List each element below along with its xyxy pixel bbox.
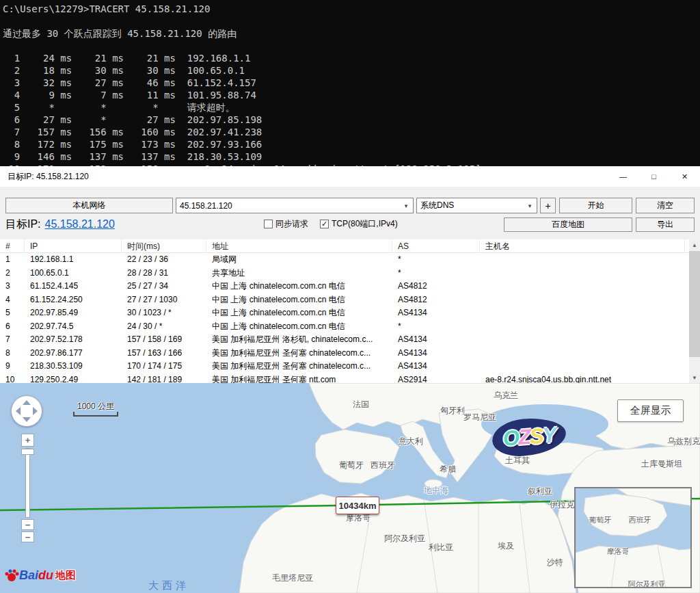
zoom-out-button-2[interactable]: −	[21, 531, 34, 542]
map-scale-bar	[73, 412, 118, 417]
cell-time: 28 / 28 / 31	[122, 267, 206, 280]
table-row[interactable]: 9218.30.53.109170 / 174 / 175美国 加利福尼亚州 圣…	[0, 360, 689, 373]
table-row[interactable]: 6202.97.74.524 / 30 / *中国 上海 chinateleco…	[0, 320, 689, 334]
tcp-checkbox[interactable]: ✓ TCP(80端口,IPv4)	[320, 218, 398, 229]
baidu-map-button[interactable]: 百度地图	[504, 218, 632, 232]
terminal-line: 9 146 ms 137 ms 137 ms 218.30.53.109	[3, 150, 700, 163]
add-dns-button[interactable]: +	[540, 198, 556, 213]
start-button[interactable]: 开始	[559, 198, 632, 213]
close-button[interactable]: ✕	[669, 166, 700, 187]
table-row[interactable]: 361.152.4.14525 / 27 / 34中国 上海 chinatele…	[0, 280, 689, 293]
checkbox-box-icon: ✓	[320, 220, 329, 228]
baidu-logo[interactable]: Bai du 地图	[4, 568, 76, 583]
map-place-label: 地中海	[424, 485, 448, 497]
map-place-label: 埃及	[498, 540, 514, 552]
cell-addr: 中国 上海 chinatelecom.com.cn 电信	[206, 306, 392, 320]
cell-ip: 129.250.2.49	[25, 373, 122, 384]
cell-time: 157 / 163 / 166	[122, 347, 206, 360]
table-row[interactable]: 461.152.24.25027 / 27 / 1030中国 上海 chinat…	[0, 293, 689, 307]
trace-table-body: 1192.168.1.122 / 23 / 36局域网*2100.65.0.12…	[0, 253, 689, 383]
pan-down-icon[interactable]	[23, 417, 31, 422]
column-header-addr[interactable]: 地址	[206, 239, 392, 253]
logo-text-du: du	[38, 568, 53, 583]
cell-as: AS4812	[392, 280, 480, 293]
clear-button[interactable]: 清空	[636, 198, 695, 213]
distance-badge: 10434km	[336, 497, 379, 514]
scrollbar-thumb[interactable]	[689, 251, 700, 357]
column-header-hop[interactable]: #	[0, 239, 25, 253]
terminal-line: 6 27 ms * 27 ms 202.97.85.198	[3, 114, 700, 126]
window-titlebar[interactable]: 目标IP: 45.158.21.120 — □ ✕	[0, 166, 700, 187]
cell-as: AS4134	[392, 306, 480, 320]
scroll-down-icon[interactable]: ▼	[689, 372, 700, 383]
cell-n: 3	[0, 280, 25, 293]
watermark-letter: O	[502, 425, 520, 451]
cell-as: *	[392, 267, 480, 280]
cell-ip: 202.97.52.178	[25, 333, 122, 347]
overview-inset-map[interactable]: 葡萄牙西班牙摩洛哥阿尔及利亚	[574, 487, 692, 588]
map-place-label: 希腊	[440, 464, 456, 475]
table-row[interactable]: 8202.97.86.177157 / 163 / 166美国 加利福尼亚州 圣…	[0, 347, 689, 360]
pan-left-icon[interactable]	[16, 407, 21, 415]
cell-addr: 局域网	[206, 253, 392, 267]
cell-addr: 中国 上海 chinatelecom.com.cn 电信	[206, 293, 392, 307]
map-place-label: 大西洋	[148, 579, 189, 592]
table-row[interactable]: 5202.97.85.4930 / 1023 / *中国 上海 chinatel…	[0, 306, 689, 320]
zoom-out-button[interactable]: −	[21, 519, 34, 530]
fullscreen-button[interactable]: 全屏显示	[617, 399, 684, 422]
cell-host	[480, 280, 685, 293]
cell-ip: 100.65.0.1	[25, 267, 122, 280]
scroll-up-icon[interactable]: ▲	[689, 239, 700, 250]
cell-n: 5	[0, 306, 25, 320]
target-ip-link[interactable]: 45.158.21.120	[45, 218, 115, 230]
sync-request-checkbox[interactable]: 同步请求	[264, 218, 308, 229]
column-header-time[interactable]: 时间(ms)	[122, 239, 206, 253]
pan-right-icon[interactable]	[33, 407, 38, 415]
cell-ip: 192.168.1.1	[25, 253, 122, 267]
inset-place-label: 阿尔及利亚	[628, 579, 666, 589]
cell-host	[480, 306, 685, 320]
cell-host	[480, 293, 685, 307]
table-row[interactable]: 1192.168.1.122 / 23 / 36局域网*	[0, 253, 689, 267]
terminal-window[interactable]: C:\Users\12279>TRACERT 45.158.21.120 通过最…	[0, 0, 700, 166]
cell-host	[480, 333, 685, 347]
map-place-label: 乌兹别克斯坦	[667, 436, 700, 447]
cell-n: 4	[0, 293, 25, 307]
minimize-button[interactable]: —	[608, 166, 638, 187]
baidu-map[interactable]: 法国匈牙利罗马尼亚乌克兰意大利葡萄牙西班牙希腊土耳其地中海叙利亚伊拉克摩洛哥阿尔…	[0, 383, 700, 593]
table-row[interactable]: 7202.97.52.178157 / 158 / 169美国 加利福尼亚州 洛…	[0, 333, 689, 347]
logo-text-bai: Bai	[19, 568, 38, 583]
table-row[interactable]: 10129.250.2.49142 / 181 / 189美国 加利福尼亚州 圣…	[0, 373, 689, 384]
cell-addr: 美国 加利福尼亚州 圣何塞 chinatelecom.c...	[206, 347, 392, 360]
zoom-slider-track[interactable]	[25, 448, 30, 518]
dns-select[interactable]: 系统DNS ▾	[416, 198, 537, 213]
local-network-button[interactable]: 本机网络	[5, 198, 173, 213]
column-header-host[interactable]: 主机名	[480, 239, 685, 253]
target-ip-combobox[interactable]: 45.158.21.120 ▾	[176, 198, 414, 213]
screen: C:\Users\12279>TRACERT 45.158.21.120 通过最…	[0, 0, 700, 593]
cell-time: 22 / 23 / 36	[122, 253, 206, 267]
cell-addr: 中国 上海 chinatelecom.com.cn 电信	[206, 320, 392, 334]
column-header-as[interactable]: AS	[392, 239, 480, 253]
cell-n: 9	[0, 360, 25, 373]
chevron-down-icon[interactable]: ▾	[524, 198, 535, 213]
chevron-down-icon[interactable]: ▾	[401, 198, 412, 213]
table-scrollbar[interactable]: ▲ ▼	[689, 239, 700, 383]
zoom-slider-handle[interactable]	[21, 449, 34, 455]
cell-addr: 美国 加利福尼亚州 圣何塞 chinatelecom.c...	[206, 360, 392, 373]
cell-ip: 202.97.86.177	[25, 347, 122, 360]
cell-time: 25 / 27 / 34	[122, 280, 206, 293]
maximize-button[interactable]: □	[638, 166, 669, 187]
trace-table: # IP 时间(ms) 地址 AS 主机名 1192.168.1.122 / 2…	[0, 239, 689, 383]
cell-n: 8	[0, 347, 25, 360]
table-row[interactable]: 2100.65.0.128 / 28 / 31共享地址*	[0, 267, 689, 280]
zoom-in-button[interactable]: +	[21, 434, 34, 447]
map-place-label: 毛里塔尼亚	[272, 572, 313, 584]
export-button[interactable]: 导出	[636, 218, 695, 232]
column-header-ip[interactable]: IP	[25, 239, 122, 253]
pan-up-icon[interactable]	[23, 400, 31, 405]
terminal-line: 通过最多 30 个跃点跟踪到 45.158.21.120 的路由	[3, 27, 700, 40]
watermark-letter: S	[529, 424, 543, 449]
map-pan-control[interactable]	[11, 395, 42, 427]
cell-host	[480, 360, 685, 373]
